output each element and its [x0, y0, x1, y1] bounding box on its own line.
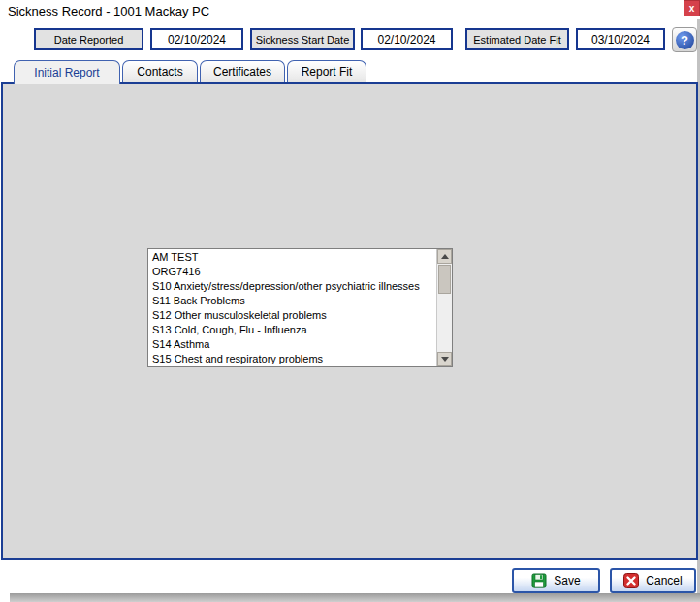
toolbar-sickness-start-button[interactable]: Sickness Start Date	[250, 28, 355, 50]
category-option[interactable]: S11 Back Problems	[148, 294, 436, 308]
sickness-category-dropdown-list[interactable]: AM TESTORG7416S10 Anxiety/stress/depress…	[147, 248, 453, 367]
tab-certificates[interactable]: Certificates	[200, 60, 285, 82]
toolbar-estimated-fit-value[interactable]: 03/10/2024	[576, 28, 665, 50]
category-option[interactable]: S10 Anxiety/stress/depression/other psyc…	[148, 279, 436, 294]
tab-report-fit[interactable]: Report Fit	[287, 60, 366, 82]
scroll-down-icon[interactable]	[437, 352, 452, 366]
dropdown-scrollbar[interactable]	[436, 249, 452, 366]
toolbar-estimated-fit-button[interactable]: Estimated Date Fit	[465, 28, 569, 50]
save-button[interactable]: Save	[512, 568, 600, 593]
help-button[interactable]: ?	[672, 27, 697, 52]
close-icon[interactable]: x	[684, 0, 700, 16]
toolbar-sickness-start-value[interactable]: 02/10/2024	[361, 28, 453, 50]
tab-contacts[interactable]: Contacts	[122, 60, 198, 82]
category-option[interactable]: ORG7416	[148, 265, 436, 279]
save-disk-icon	[531, 573, 547, 588]
question-mark-icon: ?	[676, 31, 694, 49]
toolbar-date-reported-value[interactable]: 02/10/2024	[150, 28, 243, 50]
category-option[interactable]: S12 Other musculoskeletal problems	[148, 308, 436, 323]
cancel-x-icon	[623, 573, 639, 588]
scroll-up-icon[interactable]	[437, 249, 452, 264]
category-option[interactable]: S14 Asthma	[148, 337, 436, 352]
category-option[interactable]: S15 Chest and respiratory problems	[148, 352, 436, 365]
category-option[interactable]: S13 Cold, Cough, Flu - Influenza	[148, 323, 436, 337]
tab-initial-report[interactable]: Initial Report	[14, 60, 120, 84]
window-shadow	[10, 593, 700, 602]
scrollbar-thumb[interactable]	[438, 265, 451, 294]
category-option[interactable]: AM TEST	[148, 250, 436, 265]
cancel-button[interactable]: Cancel	[610, 568, 696, 593]
toolbar-date-reported-button[interactable]: Date Reported	[34, 28, 143, 50]
window-title: Sickness Record - 1001 Mackay PC	[8, 4, 209, 18]
